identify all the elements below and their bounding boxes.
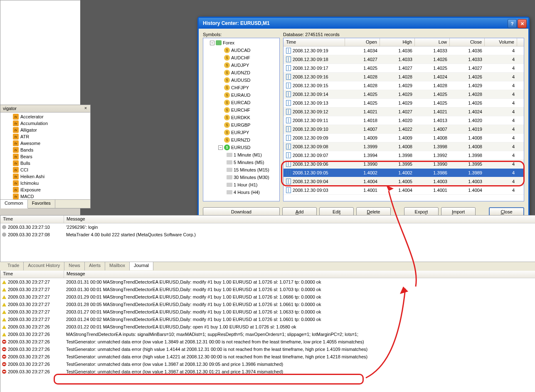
- log-row[interactable]: 2009.03.30 23:27:272003.01.27 00:01 MASt…: [0, 308, 535, 316]
- cell-time: 2008.12.30 09:08: [293, 144, 328, 149]
- indicator-item[interactable]: fxCCI: [0, 167, 90, 173]
- timeframe-item[interactable]: 1 Hour (H1): [204, 181, 279, 189]
- log2-col-time[interactable]: Time: [0, 270, 64, 278]
- log-row[interactable]: 2009.03.30 23:27:26TestGenerator: unmatc…: [0, 338, 535, 345]
- indicator-item[interactable]: fxBands: [0, 147, 90, 153]
- cell-volume: 4: [485, 153, 517, 158]
- data-row[interactable]: 2008.12.30 09:081.39991.40081.39981.4008…: [284, 142, 524, 151]
- log-row[interactable]: 2009.03.30 23:27:262003.01.22 00:01 MASt…: [0, 323, 535, 331]
- log-row[interactable]: 2009.03.30 23:27:08MetaTrader 4.00 build…: [0, 231, 535, 238]
- col-open[interactable]: Open: [345, 38, 380, 46]
- currency-item[interactable]: $EURNZD: [204, 136, 279, 144]
- data-row[interactable]: 2008.12.30 09:121.40211.40271.40211.4024…: [284, 108, 524, 116]
- data-row[interactable]: 2008.12.30 09:061.39901.39951.39901.3995…: [284, 160, 524, 169]
- log-info-icon: [2, 233, 6, 237]
- data-row[interactable]: 2008.12.30 09:151.40281.40291.40281.4029…: [284, 81, 524, 90]
- log-row[interactable]: 2009.03.30 23:27:10'2296296': login: [0, 223, 535, 231]
- indicator-item[interactable]: fxBears: [0, 153, 90, 160]
- indicator-item[interactable]: fxIchimoku: [0, 180, 90, 186]
- data-row[interactable]: 2008.12.30 09:111.40181.40201.40131.4020…: [284, 116, 524, 125]
- log-row[interactable]: 2009.03.30 23:27:272003.01.30 00:01 MASt…: [0, 286, 535, 293]
- log-row[interactable]: 2009.03.30 23:27:272003.01.31 00:00 MASt…: [0, 278, 535, 286]
- collapse-icon[interactable]: −: [218, 145, 223, 150]
- log-row[interactable]: 2009.03.30 23:27:272003.01.29 00:01 MASt…: [0, 293, 535, 301]
- tab-common[interactable]: Common: [0, 200, 28, 208]
- indicator-item[interactable]: fxAccumulation: [0, 120, 90, 127]
- currency-icon: $: [224, 85, 230, 91]
- log-row[interactable]: 2009.03.30 23:27:26TestGenerator: unmatc…: [0, 360, 535, 368]
- col-low[interactable]: Low: [415, 38, 450, 46]
- dialog-titlebar[interactable]: History Center: EURUSD,M1 ? ✕: [199, 18, 528, 29]
- currency-item[interactable]: $AUDCAD: [204, 47, 279, 54]
- data-row[interactable]: 2008.12.30 09:141.40251.40291.40251.4028…: [284, 90, 524, 99]
- close-icon[interactable]: ✕: [518, 19, 527, 28]
- tab-account-history[interactable]: Account History: [24, 262, 64, 270]
- currency-item[interactable]: $AUDCHF: [204, 54, 279, 61]
- log-row[interactable]: 2009.03.30 23:27:26TestGenerator: unmatc…: [0, 345, 535, 353]
- log1-col-time[interactable]: Time: [0, 216, 64, 223]
- log-row[interactable]: 2009.03.30 23:27:26TestGenerator: unmatc…: [0, 368, 535, 375]
- tab-alerts[interactable]: Alerts: [85, 262, 105, 270]
- tab-journal[interactable]: Journal: [130, 262, 153, 270]
- col-high[interactable]: High: [380, 38, 415, 46]
- data-row[interactable]: 2008.12.30 09:171.40251.40271.40251.4027…: [284, 64, 524, 73]
- currency-item[interactable]: $EURGBP: [204, 121, 279, 129]
- timeframe-item[interactable]: 5 Minutes (M5): [204, 159, 279, 166]
- collapse-icon[interactable]: −: [210, 41, 214, 45]
- indicator-item[interactable]: fxAwesome: [0, 140, 90, 147]
- data-row[interactable]: 2008.12.30 09:091.40091.40091.40081.4008…: [284, 134, 524, 142]
- fx-icon: fx: [13, 134, 19, 140]
- timeframe-item[interactable]: 30 Minutes (M30): [204, 174, 279, 181]
- data-row[interactable]: 2008.12.30 09:101.40071.40221.40071.4019…: [284, 125, 524, 134]
- timeframe-item[interactable]: 1 Minute (M1): [204, 151, 279, 159]
- indicator-item[interactable]: fxAccelerator: [0, 113, 90, 120]
- col-close[interactable]: Close: [450, 38, 485, 46]
- data-row[interactable]: 2008.12.30 09:161.40281.40281.40241.4026…: [284, 73, 524, 81]
- navigator-close-icon[interactable]: ×: [83, 105, 89, 111]
- currency-item[interactable]: −$EURUSD: [204, 144, 279, 151]
- currency-item[interactable]: $CHFJPY: [204, 84, 279, 91]
- help-icon[interactable]: ?: [508, 19, 517, 28]
- indicator-item[interactable]: fxBulls: [0, 160, 90, 167]
- indicator-item[interactable]: fxATR: [0, 133, 90, 140]
- currency-item[interactable]: $AUDUSD: [204, 76, 279, 84]
- currency-item[interactable]: $EURAUD: [204, 91, 279, 99]
- timeframe-item[interactable]: 15 Minutes (M15): [204, 166, 279, 174]
- log1-col-message[interactable]: Message: [64, 216, 535, 223]
- currency-item[interactable]: $EURCAD: [204, 99, 279, 106]
- tree-root[interactable]: − Forex: [204, 39, 279, 47]
- currency-item[interactable]: $EURCHF: [204, 106, 279, 114]
- data-row[interactable]: 2008.12.30 09:041.40041.40051.40031.4003…: [284, 177, 524, 186]
- data-row[interactable]: 2008.12.30 09:191.40341.40361.40331.4036…: [284, 47, 524, 55]
- data-row[interactable]: 2008.12.30 09:051.40021.40021.39861.3989…: [284, 169, 524, 177]
- col-time[interactable]: Time: [284, 38, 345, 46]
- log-row[interactable]: 2009.03.30 23:27:272003.01.24 00:02 MASt…: [0, 316, 535, 323]
- data-row[interactable]: 2008.12.30 09:131.40251.40291.40251.4026…: [284, 99, 524, 108]
- indicator-item[interactable]: fxHeiken Ashi: [0, 173, 90, 180]
- currency-item[interactable]: $AUDNZD: [204, 69, 279, 76]
- currency-item[interactable]: $EURJPY: [204, 129, 279, 136]
- log-row[interactable]: 2009.03.30 23:27:26MAStrongTrendDetector…: [0, 331, 535, 338]
- tab-trade[interactable]: Trade: [3, 262, 24, 270]
- indicator-item[interactable]: fxAlligator: [0, 127, 90, 133]
- currency-item[interactable]: $EURDKK: [204, 114, 279, 121]
- tab-favorites[interactable]: Favorites: [28, 200, 55, 208]
- log1-body[interactable]: 2009.03.30 23:27:10'2296296': login2009.…: [0, 223, 535, 238]
- data-row[interactable]: 2008.12.30 09:181.40271.40331.40261.4033…: [284, 55, 524, 64]
- data-row[interactable]: 2008.12.30 09:031.40011.40041.40011.4004…: [284, 186, 524, 195]
- symbols-tree[interactable]: − Forex $AUDCAD$AUDCHF$AUDJPY$AUDNZD$AUD…: [203, 38, 280, 201]
- currency-item[interactable]: $AUDJPY: [204, 61, 279, 69]
- currency-icon: $: [224, 92, 230, 98]
- indicator-item[interactable]: fxMACD: [0, 193, 90, 200]
- col-volume[interactable]: Volume: [485, 38, 517, 46]
- grid-body[interactable]: 2008.12.30 09:191.40341.40361.40331.4036…: [284, 47, 524, 201]
- data-row[interactable]: 2008.12.30 09:071.39941.39981.39921.3998…: [284, 151, 524, 160]
- log-row[interactable]: 2009.03.30 23:27:26TestGenerator: unmatc…: [0, 353, 535, 360]
- log2-body[interactable]: 2009.03.30 23:27:272003.01.31 00:00 MASt…: [0, 278, 535, 375]
- log2-col-message[interactable]: Message: [64, 270, 535, 278]
- tab-news[interactable]: News: [64, 262, 85, 270]
- timeframe-item[interactable]: 4 Hours (H4): [204, 189, 279, 196]
- tab-mailbox[interactable]: Mailbox: [105, 262, 130, 270]
- log-row[interactable]: 2009.03.30 23:27:272003.01.28 00:05 MASt…: [0, 301, 535, 308]
- indicator-item[interactable]: fxiExposure: [0, 186, 90, 193]
